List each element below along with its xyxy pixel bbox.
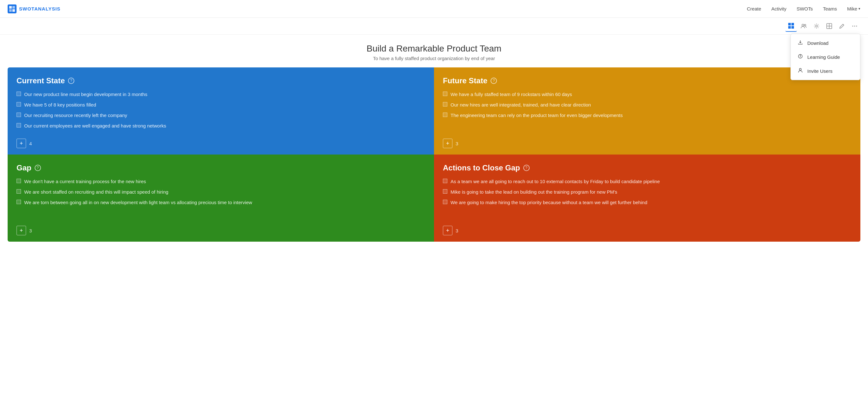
list-item: We are torn between going all in on new … xyxy=(17,199,425,206)
actions-items: As a team we are all going to reach out … xyxy=(443,178,851,216)
svg-point-20 xyxy=(799,68,801,70)
future-state-title: Future State xyxy=(443,76,487,85)
actions-help-button[interactable]: ? xyxy=(523,165,530,171)
settings-button[interactable] xyxy=(811,20,822,32)
current-state-items: Our new product line must begin developm… xyxy=(17,91,425,129)
nav-create[interactable]: Create xyxy=(747,6,761,11)
current-state-count: 4 xyxy=(29,141,32,146)
gap-title-row: Gap ? xyxy=(17,163,425,172)
bullet-icon xyxy=(17,189,21,194)
dropdown-menu: Download Learning Guide Invite Users xyxy=(790,34,860,80)
page-subtitle: To have a fully staffed product organiza… xyxy=(8,56,860,61)
future-state-count: 3 xyxy=(456,141,458,146)
user-chevron-icon: ▾ xyxy=(859,7,860,11)
gap-count: 3 xyxy=(29,228,32,233)
bullet-icon xyxy=(17,102,21,107)
list-item: We don't have a current training process… xyxy=(17,178,425,185)
list-item: Our recruiting resource recently left th… xyxy=(17,112,425,119)
bullet-icon xyxy=(443,102,447,107)
svg-point-16 xyxy=(856,26,857,27)
nav-swots[interactable]: SWOTs xyxy=(797,6,813,11)
bullet-icon xyxy=(443,91,447,96)
bullet-icon xyxy=(17,123,21,128)
current-state-title: Current State xyxy=(17,76,65,85)
list-item: We are short staffed on recruiting and t… xyxy=(17,189,425,195)
svg-rect-4 xyxy=(788,23,791,25)
team-button[interactable] xyxy=(798,20,810,32)
list-item: We are going to make hiring the top prio… xyxy=(443,199,851,206)
more-options-button[interactable] xyxy=(849,20,860,32)
svg-rect-1 xyxy=(12,6,15,8)
list-item: As a team we are all going to reach out … xyxy=(443,178,851,185)
future-state-quadrant: Future State ? We have a fully staffed t… xyxy=(434,67,860,155)
current-state-footer: + 4 xyxy=(17,134,425,148)
bullet-icon xyxy=(17,179,21,183)
bullet-icon xyxy=(443,179,447,183)
person-icon xyxy=(797,68,804,74)
current-state-help-button[interactable]: ? xyxy=(68,78,74,84)
nav-activity[interactable]: Activity xyxy=(771,6,787,11)
gap-help-button[interactable]: ? xyxy=(35,165,41,171)
brand-icon xyxy=(8,4,17,13)
page-title: Build a Remarkable Product Team xyxy=(8,44,860,54)
svg-point-8 xyxy=(802,24,804,26)
gap-footer: + 3 xyxy=(17,221,425,235)
toolbar xyxy=(0,18,868,35)
future-state-items: We have a fully staffed team of 9 rockst… xyxy=(443,91,851,129)
svg-rect-3 xyxy=(12,9,15,12)
future-state-help-button[interactable]: ? xyxy=(491,78,497,84)
navbar: SWOTANALYSIS Create Activity SWOTs Teams… xyxy=(0,0,868,18)
list-item: Our current employees are well engaged a… xyxy=(17,122,425,129)
edit-button[interactable] xyxy=(836,20,848,32)
invite-users-item[interactable]: Invite Users xyxy=(791,64,860,78)
nav-teams[interactable]: Teams xyxy=(823,6,837,11)
gap-items: We don't have a current training process… xyxy=(17,178,425,216)
learning-guide-item[interactable]: Learning Guide xyxy=(791,50,860,64)
svg-rect-2 xyxy=(9,9,12,12)
current-state-title-row: Current State ? xyxy=(17,76,425,85)
actions-footer: + 3 xyxy=(443,221,851,235)
svg-rect-0 xyxy=(9,6,12,8)
navbar-links: Create Activity SWOTs Teams Mike ▾ xyxy=(747,6,860,11)
svg-point-19 xyxy=(800,55,800,55)
brand-name: SWOTANALYSIS xyxy=(19,6,60,11)
actions-add-button[interactable]: + xyxy=(443,226,453,235)
bullet-icon xyxy=(443,113,447,117)
svg-point-10 xyxy=(815,25,817,27)
actions-title-row: Actions to Close Gap ? xyxy=(443,163,851,172)
list-item: Our new product line must begin developm… xyxy=(17,91,425,97)
list-item: Mike is going to take the lead on buildi… xyxy=(443,189,851,195)
svg-rect-7 xyxy=(792,26,794,29)
bullet-icon xyxy=(17,91,21,96)
page-header: Build a Remarkable Product Team To have … xyxy=(0,35,868,67)
current-state-add-button[interactable]: + xyxy=(17,139,26,148)
svg-point-14 xyxy=(852,26,854,27)
list-item: We have a fully staffed team of 9 rockst… xyxy=(443,91,851,97)
download-item[interactable]: Download xyxy=(791,36,860,50)
gap-add-button[interactable]: + xyxy=(17,226,26,235)
bullet-icon xyxy=(17,200,21,204)
info-icon xyxy=(797,54,804,60)
download-icon xyxy=(797,40,804,46)
svg-rect-6 xyxy=(788,26,791,29)
bullet-icon xyxy=(443,189,447,194)
grid-view-button[interactable] xyxy=(785,20,797,32)
actions-title: Actions to Close Gap xyxy=(443,163,520,172)
svg-rect-5 xyxy=(792,23,794,25)
bullet-icon xyxy=(443,200,447,204)
future-state-add-button[interactable]: + xyxy=(443,139,453,148)
actions-count: 3 xyxy=(456,228,458,233)
layout-button[interactable] xyxy=(824,20,835,32)
list-item: The engineering team can rely on the pro… xyxy=(443,112,851,119)
nav-user[interactable]: Mike ▾ xyxy=(847,6,860,11)
actions-quadrant: Actions to Close Gap ? As a team we are … xyxy=(434,155,860,242)
bullet-icon xyxy=(17,113,21,117)
list-item: We have 5 of 8 key positions filled xyxy=(17,102,425,108)
gap-quadrant: Gap ? We don't have a current training p… xyxy=(8,155,434,242)
svg-point-15 xyxy=(854,26,855,27)
current-state-quadrant: Current State ? Our new product line mus… xyxy=(8,67,434,155)
future-state-footer: + 3 xyxy=(443,134,851,148)
svg-point-9 xyxy=(804,25,806,26)
swot-grid: Current State ? Our new product line mus… xyxy=(8,67,860,242)
brand: SWOTANALYSIS xyxy=(8,4,60,13)
